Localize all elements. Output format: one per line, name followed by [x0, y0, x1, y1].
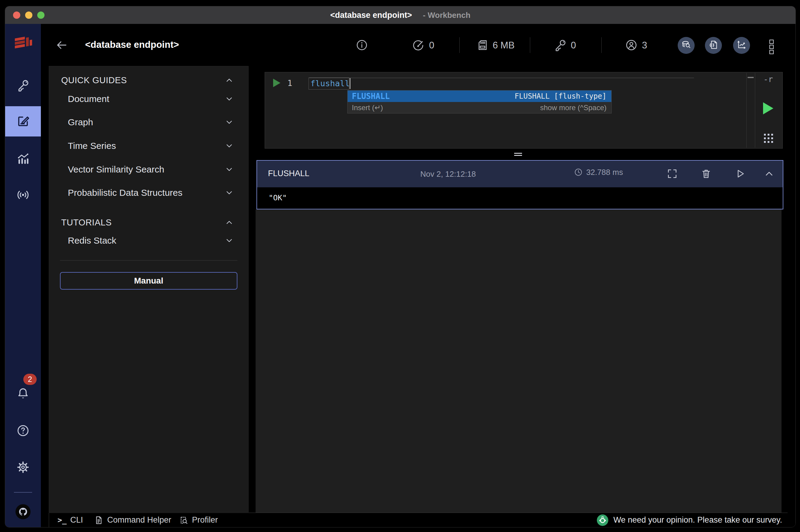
guide-item-vector-similarity-search[interactable]: Vector Similarity Search: [49, 161, 248, 178]
cli-label: CLI: [70, 515, 83, 525]
database-name: <database endpoint>: [85, 39, 179, 50]
nav-pubsub[interactable]: [5, 180, 41, 211]
profiler-toggle[interactable]: Profiler: [179, 513, 218, 527]
guide-item-redis-stack[interactable]: Redis Stack: [49, 232, 248, 249]
json-view-button[interactable]: [705, 37, 722, 54]
chevron-down-icon: [225, 141, 234, 150]
tutorials-title: TUTORIALS: [61, 217, 112, 228]
header-separator: [459, 37, 460, 53]
nav-notifications[interactable]: [5, 379, 41, 410]
analytics-panel-button[interactable]: [733, 37, 750, 54]
nav-github-link[interactable]: [5, 497, 41, 528]
clock-icon: [574, 167, 583, 177]
chevron-up-icon: [763, 168, 775, 179]
run-query-button[interactable]: [763, 102, 773, 114]
chevron-down-icon: [225, 165, 234, 174]
nav-browser[interactable]: [5, 71, 41, 101]
results-area: [256, 209, 782, 513]
db-info-button[interactable]: [355, 38, 369, 53]
guide-item-time-series[interactable]: Time Series: [49, 137, 248, 154]
drag-handle-icon[interactable]: [764, 134, 774, 144]
result-timestamp: Nov 2, 12:12:18: [420, 169, 476, 179]
chevron-down-icon: [225, 236, 234, 245]
profiler-search-icon: [179, 515, 188, 525]
survey-monkey-icon: [596, 514, 609, 526]
gear-icon: [16, 460, 30, 475]
trash-icon: [700, 168, 712, 179]
panel-resize-handle[interactable]: [514, 153, 522, 156]
query-editor[interactable]: 1 flushall -r FLUSHALL FLUSHALL [flush-t…: [265, 72, 783, 149]
document-icon: [94, 515, 104, 525]
window-title-suffix: - Workbench: [423, 11, 470, 20]
key-icon: [553, 48, 567, 53]
notification-count: 2: [28, 375, 32, 384]
browse-keys-button[interactable]: [678, 37, 695, 54]
bell-icon: [16, 387, 30, 402]
expand-result-button[interactable]: [667, 168, 678, 179]
quick-guides-title: QUICK GUIDES: [61, 75, 127, 86]
result-output: "OK": [268, 193, 287, 202]
survey-banner[interactable]: We need your opinion. Please take our su…: [596, 513, 782, 527]
play-outline-icon: [734, 168, 746, 179]
show-more-hint[interactable]: show more (^Space): [540, 103, 607, 112]
guides-divider: [60, 260, 237, 261]
chevron-up-icon: [225, 218, 234, 227]
commands-metric: [411, 39, 425, 54]
more-menu-button[interactable]: [768, 40, 776, 52]
memory-metric-value: 6 MB: [492, 40, 515, 51]
back-button[interactable]: [55, 38, 68, 52]
profiler-label: Profiler: [192, 515, 218, 525]
cli-toggle[interactable]: >_ CLI: [58, 513, 83, 527]
run-line-icon[interactable]: [273, 79, 280, 87]
nav-workbench[interactable]: [5, 106, 41, 136]
raw-mode-flag[interactable]: -r: [759, 75, 777, 84]
result-duration: 32.788 ms: [574, 167, 623, 177]
command-helper-toggle[interactable]: Command Helper: [94, 513, 171, 527]
clients-metric: [625, 38, 638, 53]
chevron-up-icon: [225, 76, 234, 85]
terminal-prompt-icon: >_: [58, 516, 67, 525]
editor-minimap[interactable]: [746, 73, 755, 148]
github-icon: [15, 504, 31, 521]
info-icon: [355, 48, 369, 53]
manual-button-label: Manual: [134, 276, 163, 286]
quick-guides-header[interactable]: QUICK GUIDES: [49, 72, 248, 89]
insert-hint: Insert (↵): [352, 103, 383, 112]
nav-analytics[interactable]: [5, 144, 41, 174]
left-nav-sidebar: 2: [5, 24, 41, 527]
text-cursor: [350, 78, 350, 89]
collapse-result-button[interactable]: [763, 168, 775, 179]
line-number: 1: [287, 78, 292, 88]
app-window: <database endpoint> - Workbench: [5, 6, 796, 528]
autocomplete-popup: FLUSHALL FLUSHALL [flush-type] Insert (↵…: [347, 90, 612, 113]
rerun-command-button[interactable]: [734, 168, 746, 179]
autocomplete-suggestion-selected[interactable]: FLUSHALL FLUSHALL [flush-type]: [348, 91, 611, 102]
commands-metric-value: 0: [429, 40, 434, 51]
delete-result-button[interactable]: [700, 168, 712, 179]
current-line-border: [309, 78, 694, 78]
header-separator: [601, 37, 602, 53]
keys-metric: [553, 38, 567, 53]
chart-axes-icon: [737, 40, 747, 51]
minimap-line: [748, 77, 754, 78]
nav-settings[interactable]: [5, 453, 41, 483]
window-title-primary: <database endpoint>: [330, 11, 412, 20]
suggestion-signature: FLUSHALL [flush-type]: [515, 92, 607, 100]
tutorials-header[interactable]: TUTORIALS: [49, 214, 248, 231]
analytics-chart-icon: [16, 152, 30, 167]
bottom-toolbar: >_ CLI Command Helper Profiler: [49, 513, 787, 527]
result-duration-value: 32.788 ms: [586, 168, 623, 177]
manual-button[interactable]: Manual: [60, 272, 237, 290]
window-title: <database endpoint> - Workbench: [5, 6, 796, 24]
help-icon: [16, 424, 30, 439]
guide-item-probabilistic-data-structures[interactable]: Probabilistic Data Structures: [49, 184, 248, 201]
result-card-header[interactable]: FLUSHALL Nov 2, 12:12:18 32.788 ms: [257, 161, 783, 187]
suggestion-label: FLUSHALL: [352, 92, 390, 101]
guide-item-graph[interactable]: Graph: [49, 114, 248, 131]
nav-help[interactable]: [5, 416, 41, 446]
fullscreen-icon: [667, 168, 678, 179]
memory-metric: [476, 38, 489, 53]
guide-item-document[interactable]: Document: [49, 91, 248, 108]
workbench-edit-icon: [16, 113, 30, 129]
editor-code[interactable]: flushall: [310, 79, 350, 88]
